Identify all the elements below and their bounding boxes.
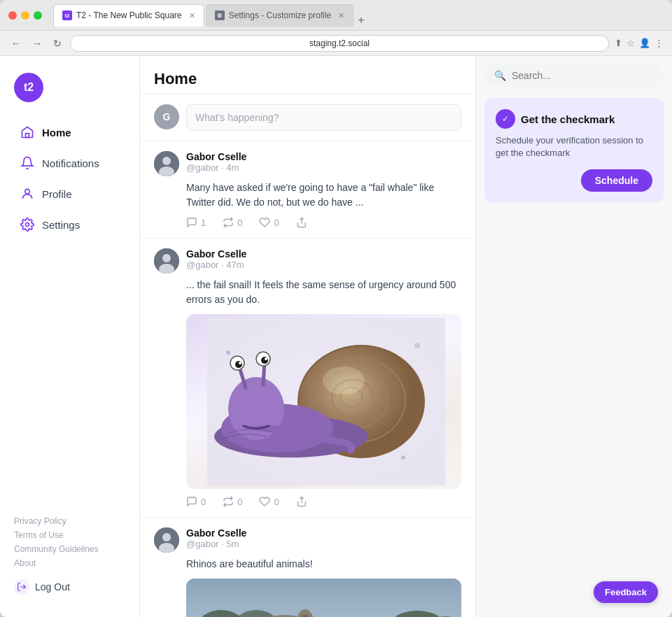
compose-avatar: G [154,104,179,129]
svg-point-34 [162,533,171,541]
tab-settings[interactable]: ⚙ Settings - Customize profile ✕ [206,4,354,27]
tab-t2[interactable]: t2 T2 - The New Public Square ✕ [53,4,204,27]
post-2-repost-count: 0 [237,497,242,507]
privacy-policy-link[interactable]: Privacy Policy [14,516,125,526]
address-bar: ← → ↻ ⬆ ☆ 👤 ⋮ [0,31,672,56]
post-2-text: ... the fail snail! It feels the same se… [154,278,461,307]
post-2-share-action[interactable] [296,496,307,507]
post-2-image [186,314,461,489]
sidebar-item-notifications[interactable]: Notifications [6,148,134,178]
logout-button[interactable]: Log Out [14,579,125,595]
traffic-lights [8,11,42,20]
post-3-header: Gabor Cselle @gabor · 5m [154,527,461,553]
post-1-text: Many have asked if we're going to have a… [154,180,461,210]
post-2-like-count: 0 [274,497,279,507]
sidebar-item-home[interactable]: Home [6,118,134,147]
tab-close-settings[interactable]: ✕ [338,11,344,20]
svg-point-26 [261,357,268,364]
post-1-share-action[interactable] [296,217,307,228]
post-2-repost-action[interactable]: 0 [223,496,242,507]
tab-label-settings: Settings - Customize profile [229,10,332,20]
compose-avatar-placeholder: G [154,104,179,129]
post-2: Gabor Cselle @gabor · 47m ... the fail s… [140,239,475,518]
footer-links: Privacy Policy Terms of Use Community Gu… [14,516,125,568]
tab-favicon-settings: ⚙ [215,10,225,20]
search-input[interactable] [512,70,654,81]
sidebar-item-profile[interactable]: Profile [6,179,134,208]
svg-point-30 [414,343,420,348]
right-sidebar: 🔍 ✓ Get the checkmark Schedule your veri… [476,56,672,617]
terms-of-use-link[interactable]: Terms of Use [14,530,125,540]
page-title: Home [154,70,461,88]
post-1-author-name: Gabor Cselle [186,151,246,162]
checkmark-icon: ✓ [496,109,515,129]
svg-point-1 [25,189,30,194]
svg-point-27 [239,362,241,364]
close-window-button[interactable] [8,11,17,20]
address-icons: ⬆ ☆ 👤 ⋮ [615,38,664,48]
post-1-header: Gabor Cselle @gabor · 4m [154,151,461,176]
new-tab-button[interactable]: + [355,14,367,27]
post-1-actions: 1 0 0 [154,217,461,228]
post-2-actions: 0 0 0 [154,496,461,507]
svg-point-28 [265,357,267,360]
main-header: Home [140,56,475,94]
logout-label: Log Out [35,581,70,593]
url-input[interactable] [70,35,609,52]
svg-point-5 [162,157,171,165]
post-1-comment-action[interactable]: 1 [186,217,206,228]
tab-close-t2[interactable]: ✕ [189,11,195,20]
schedule-button[interactable]: Schedule [581,169,652,192]
logo[interactable]: t2 [0,67,139,116]
svg-rect-0 [26,134,29,138]
post-2-comment-action[interactable]: 0 [186,496,206,507]
post-1-like-count: 0 [274,218,279,228]
reload-button[interactable]: ↻ [50,35,64,52]
svg-point-25 [235,361,242,368]
post-3-avatar-img [154,527,179,553]
forward-button[interactable]: → [29,35,45,52]
post-3-meta: Gabor Cselle @gabor · 5m [186,527,246,553]
post-2-avatar-img [154,248,179,274]
svg-point-2 [26,223,29,227]
post-1-like-action[interactable]: 0 [259,217,279,228]
post-1-avatar-img [154,151,179,176]
menu-icon[interactable]: ⋮ [654,38,664,48]
post-2-author-handle: @gabor · 47m [186,260,246,270]
post-1-repost-action[interactable]: 0 [223,217,242,228]
search-box[interactable]: 🔍 [484,64,664,87]
cog-icon [20,217,35,232]
post-1-repost-count: 0 [237,218,242,228]
post-3-avatar [154,527,179,553]
community-guidelines-link[interactable]: Community Guidelines [14,544,125,554]
about-link[interactable]: About [14,558,125,568]
snail-svg [207,318,445,485]
post-2-like-action[interactable]: 0 [259,496,279,507]
browser-window: t2 T2 - The New Public Square ✕ ⚙ Settin… [0,0,672,617]
sidebar-footer: Privacy Policy Terms of Use Community Gu… [0,505,139,606]
star-icon[interactable]: ☆ [626,38,635,48]
logo-circle: t2 [14,73,43,102]
sidebar-item-settings[interactable]: Settings [6,210,134,239]
back-button[interactable]: ← [8,35,24,52]
post-2-header: Gabor Cselle @gabor · 47m [154,248,461,274]
profile-icon[interactable]: 👤 [639,38,650,48]
rhino-image [186,579,461,617]
post-1-meta: Gabor Cselle @gabor · 4m [186,151,246,176]
checkmark-card: ✓ Get the checkmark Schedule your verifi… [484,98,664,203]
bell-icon [20,155,35,171]
feedback-button[interactable]: Feedback [594,581,658,603]
post-2-avatar [154,248,179,274]
compose-input[interactable]: What's happening? [186,104,461,131]
svg-point-17 [323,367,365,395]
main-feed: Home G What's happening? [140,56,476,617]
maximize-window-button[interactable] [34,11,42,20]
tab-favicon-t2: t2 [62,10,72,20]
home-icon [20,125,35,140]
post-1: Gabor Cselle @gabor · 4m Many have asked… [140,141,475,239]
upload-icon: ⬆ [615,38,622,48]
post-2-comment-count: 0 [201,497,206,507]
tab-label-t2: T2 - The New Public Square [76,10,182,20]
sidebar-item-profile-label: Profile [42,188,72,200]
minimize-window-button[interactable] [21,11,29,20]
